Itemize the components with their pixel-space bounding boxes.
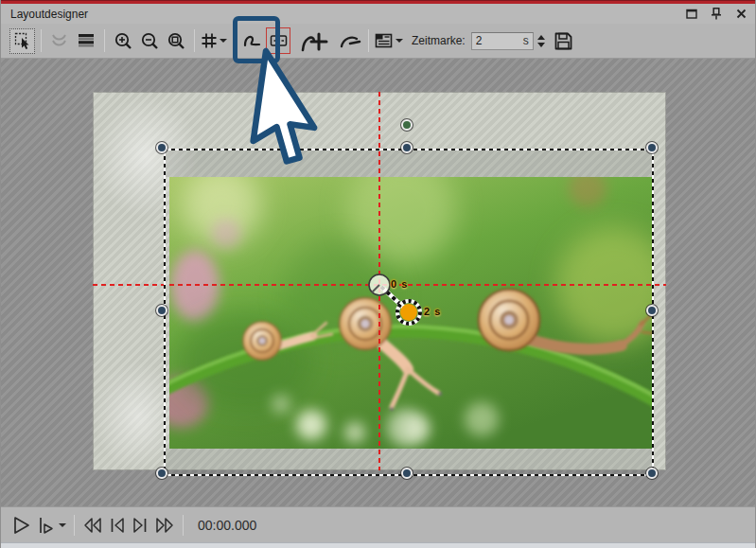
zeitmarke-unit: s xyxy=(523,34,529,47)
timecode-display: 00:00.000 xyxy=(198,518,256,533)
save-icon xyxy=(554,31,573,51)
play-button[interactable] xyxy=(11,515,32,536)
text-style-icon xyxy=(375,32,394,49)
skip-start-button[interactable] xyxy=(82,517,103,534)
skip-end-button[interactable] xyxy=(154,517,175,534)
zoom-fit-icon xyxy=(167,31,186,51)
pin-icon[interactable] xyxy=(710,7,723,20)
layer-bars-icon xyxy=(77,32,96,49)
step-back-icon xyxy=(109,517,126,534)
grid-icon xyxy=(201,32,218,49)
big-cursor-annotation xyxy=(236,47,359,185)
skip-start-icon xyxy=(82,517,103,534)
layer-bars-button[interactable] xyxy=(74,27,98,54)
handle-top-left[interactable] xyxy=(156,142,167,153)
handle-bottom-mid[interactable] xyxy=(401,468,413,479)
keyframe-start-label: 0 s xyxy=(391,278,408,290)
text-style-dropdown-caret[interactable] xyxy=(396,39,403,43)
zeitmarke-spinner xyxy=(537,35,545,47)
spinner-up-icon[interactable] xyxy=(537,35,545,40)
zoom-out-button[interactable] xyxy=(137,27,162,54)
toolbar-separator xyxy=(368,29,369,52)
zoom-in-button[interactable] xyxy=(111,27,135,54)
curve-chevrons-button[interactable] xyxy=(47,27,72,54)
window-title: Layoutdesigner xyxy=(10,8,88,21)
zoom-out-icon xyxy=(140,31,160,51)
step-back-button[interactable] xyxy=(109,517,126,534)
step-forward-button[interactable] xyxy=(132,517,149,534)
toolbar-separator xyxy=(104,29,105,52)
zeitmarke-input[interactable] xyxy=(476,34,514,47)
select-tool-button[interactable] xyxy=(9,28,35,54)
handle-top-mid[interactable] xyxy=(401,142,413,153)
select-arrow-icon xyxy=(13,31,32,50)
handle-top-right[interactable] xyxy=(646,142,658,153)
handle-bottom-left[interactable] xyxy=(156,468,167,479)
grid-dropdown-caret[interactable] xyxy=(220,39,227,43)
layout-canvas[interactable]: 0 s 2 s xyxy=(1,59,755,506)
zeitmarke-field[interactable]: s xyxy=(471,32,534,50)
zeitmarke-label: Zeitmarke: xyxy=(412,34,466,47)
layoutdesigner-window: Layoutdesigner xyxy=(0,0,756,548)
play-icon xyxy=(11,515,32,536)
play-options-caret[interactable] xyxy=(59,523,66,527)
spinner-down-icon[interactable] xyxy=(537,43,545,47)
playback-toolbar: 00:00.000 xyxy=(1,506,755,542)
toolbar-separator xyxy=(41,29,42,52)
layout-toolbar: Zeitmarke: s xyxy=(1,24,755,59)
curve-chevrons-icon xyxy=(50,31,69,50)
transport-separator xyxy=(74,515,75,536)
keyframe-path xyxy=(351,257,455,343)
keyframe-end-marker[interactable] xyxy=(400,304,417,321)
rotation-handle[interactable] xyxy=(401,119,413,131)
skip-end-icon xyxy=(154,517,175,534)
handle-bottom-right[interactable] xyxy=(646,468,658,479)
step-forward-icon xyxy=(132,517,149,534)
status-strip xyxy=(1,542,755,548)
keyframe-end-label: 2 s xyxy=(424,306,441,317)
save-button[interactable] xyxy=(552,27,576,54)
titlebar[interactable]: Layoutdesigner xyxy=(1,4,755,24)
play-from-here-icon xyxy=(38,516,55,535)
transport-separator xyxy=(183,515,184,536)
restore-icon[interactable] xyxy=(685,7,698,20)
zoom-fit-button[interactable] xyxy=(164,27,188,54)
handle-mid-right[interactable] xyxy=(646,305,658,316)
handle-mid-left[interactable] xyxy=(156,305,167,316)
grid-button[interactable] xyxy=(201,27,227,54)
close-icon[interactable] xyxy=(734,7,747,20)
zoom-in-icon xyxy=(114,31,133,51)
toolbar-separator xyxy=(194,29,195,52)
window-controls xyxy=(685,7,747,20)
text-style-button[interactable] xyxy=(375,27,403,54)
play-from-here-button[interactable] xyxy=(38,516,66,535)
